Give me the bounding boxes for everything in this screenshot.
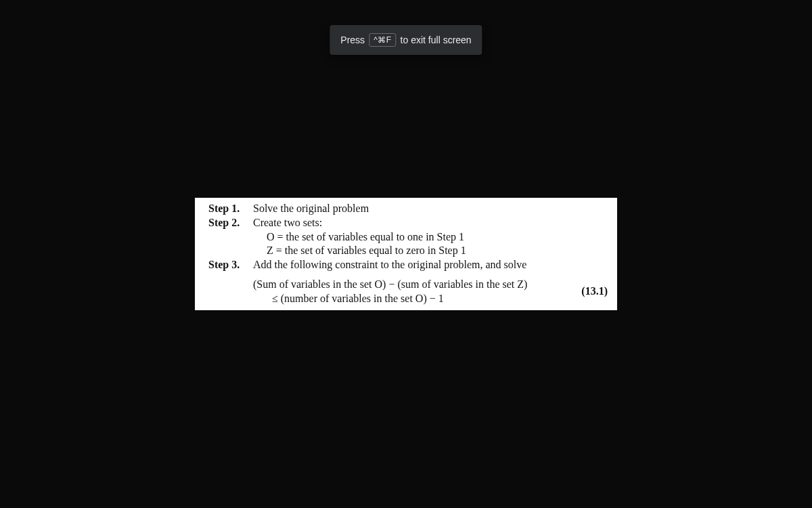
hint-rest-text: to exit full screen <box>401 35 472 45</box>
step-2-text: Create two sets: <box>253 216 609 230</box>
equation-block: (Sum of variables in the set O) − (sum o… <box>208 278 609 306</box>
step-3-row: Step 3. Add the following constraint to … <box>208 258 609 272</box>
equation-lines: (Sum of variables in the set O) − (sum o… <box>253 278 568 306</box>
step-1-text: Solve the original problem <box>253 202 609 216</box>
step-2-row: Step 2. Create two sets: O = the set of … <box>208 216 609 258</box>
equation-line-1: (Sum of variables in the set O) − (sum o… <box>253 278 568 292</box>
step-2-o-def: O = the set of variables equal to one in… <box>253 230 609 245</box>
hint-press-text: Press <box>340 35 365 45</box>
step-1-row: Step 1. Solve the original problem <box>208 202 609 216</box>
equation-line-2: ≤ (number of variables in the set O) − 1 <box>253 292 568 306</box>
hint-key: ^⌘F <box>369 33 396 47</box>
step-2-label: Step 2. <box>208 216 244 258</box>
equation-number: (13.1) <box>568 284 609 299</box>
step-2-z-def: Z = the set of variables equal to zero i… <box>253 244 609 258</box>
fullscreen-exit-hint: Press ^⌘F to exit full screen <box>330 25 482 55</box>
step-3-text: Add the following constraint to the orig… <box>253 258 609 272</box>
step-1-label: Step 1. <box>208 202 244 216</box>
step-3-label: Step 3. <box>208 258 244 272</box>
step-2-body: Create two sets: O = the set of variable… <box>253 216 609 258</box>
document-content: Step 1. Solve the original problem Step … <box>195 198 617 310</box>
